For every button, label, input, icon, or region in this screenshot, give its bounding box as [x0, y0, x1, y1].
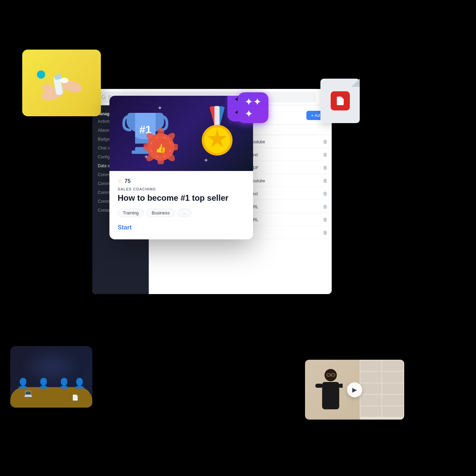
delete-icon[interactable]: 🗑 — [323, 191, 328, 196]
course-category: SALES COACHING — [118, 187, 245, 191]
course-card: ✦✦✦ ✦ ✦ ✦ ✦ #1 — [109, 96, 253, 239]
svg-rect-36 — [322, 382, 339, 409]
laptop-icon: 💻 — [24, 389, 32, 397]
start-button[interactable]: Start — [118, 224, 132, 231]
person-1: 👤 — [17, 378, 29, 389]
delete-icon[interactable]: 🗑 — [323, 230, 328, 235]
search-icon — [101, 95, 106, 100]
course-tags: Training Business ... — [118, 209, 245, 217]
rating-star-icon: ☆ — [118, 178, 122, 184]
person-2: 👤 — [38, 378, 50, 389]
delete-icon[interactable]: 🗑 — [323, 165, 328, 170]
svg-point-5 — [60, 78, 68, 83]
person-silhouette — [312, 365, 343, 420]
cream-illustration — [27, 56, 96, 110]
acrobat-icon: PDF — [331, 91, 350, 110]
cream-product-image — [22, 50, 101, 116]
person-3: 👤 — [58, 378, 70, 389]
video-thumbnail[interactable]: ▶ — [305, 360, 404, 420]
svg-text:👍: 👍 — [155, 143, 167, 154]
meeting-table — [10, 387, 92, 408]
course-title: How to become #1 top seller — [118, 193, 245, 203]
delete-icon[interactable]: 🗑 — [323, 152, 328, 157]
course-body: ☆ 75 SALES COACHING How to become #1 top… — [109, 171, 253, 239]
svg-rect-38 — [339, 384, 343, 388]
course-rating: ☆ 75 — [118, 178, 245, 184]
tag-business[interactable]: Business — [146, 209, 175, 217]
svg-point-0 — [37, 70, 45, 79]
delete-icon[interactable]: 🗑 — [323, 217, 328, 222]
svg-rect-15 — [214, 106, 220, 127]
pdf-corner — [352, 79, 360, 87]
col-actions — [319, 124, 332, 135]
play-button[interactable]: ▶ — [347, 382, 362, 397]
brick-wall — [360, 360, 405, 420]
ai-sparkle-badge: ✦✦✦ — [238, 92, 268, 123]
svg-rect-37 — [315, 384, 323, 388]
team-meeting-image: 👤 👤 👤 👤 💻 📄 — [10, 346, 92, 408]
svg-text:PDF: PDF — [338, 101, 344, 104]
delete-icon[interactable]: 🗑 — [323, 204, 328, 209]
tag-training[interactable]: Training — [118, 209, 144, 217]
rating-value: 75 — [124, 178, 131, 184]
paper-icon: 📄 — [72, 394, 79, 401]
tag-more[interactable]: ... — [177, 209, 191, 217]
delete-icon[interactable]: 🗑 — [323, 139, 328, 144]
svg-point-9 — [102, 95, 105, 98]
person-4: 👤 — [74, 378, 85, 389]
pdf-file-icon: PDF — [320, 79, 360, 123]
delete-icon[interactable]: 🗑 — [323, 178, 328, 183]
rosette-badge: 👍 — [144, 127, 178, 164]
